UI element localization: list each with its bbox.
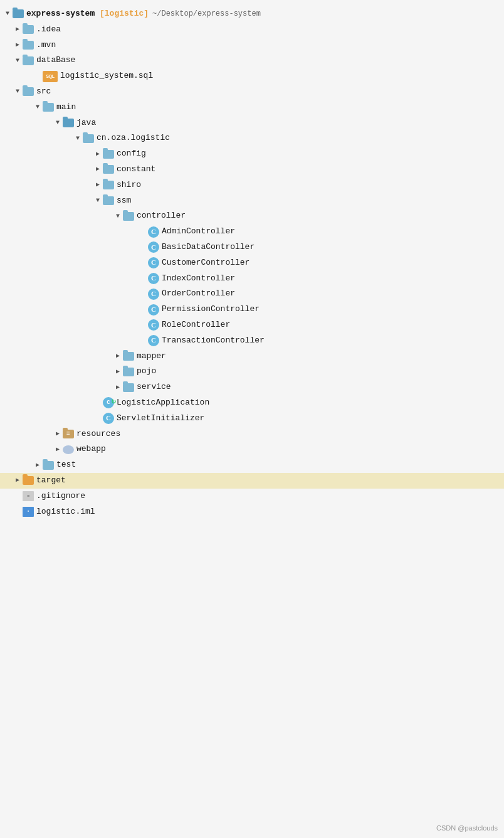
mvn-item[interactable]: .mvn	[0, 38, 504, 53]
sql-item[interactable]: SQL logistic_system.sql	[0, 68, 504, 84]
transaction-controller-item[interactable]: C TransactionController	[0, 333, 504, 349]
test-arrow[interactable]	[33, 460, 43, 470]
service-item[interactable]: service	[0, 379, 504, 395]
gitignore-item[interactable]: ≡ .gitignore	[0, 489, 504, 504]
database-item[interactable]: dataBase	[0, 53, 504, 68]
permission-controller-label: PermissionController	[162, 303, 260, 316]
index-controller-label: IndexController	[162, 272, 235, 285]
root-folder-icon	[13, 9, 24, 18]
webapp-folder-icon	[63, 445, 74, 454]
pojo-item[interactable]: pojo	[0, 364, 504, 379]
config-folder-icon	[103, 150, 114, 159]
basicdata-controller-item[interactable]: C BasicDataController	[0, 240, 504, 255]
java-item[interactable]: java	[0, 115, 504, 131]
root-bracket: [logistic]	[95, 8, 149, 21]
main-label: main	[56, 101, 76, 114]
database-folder-icon	[23, 56, 34, 65]
sql-file-icon: SQL	[43, 71, 58, 82]
root-path: ~/Desktop/express-system	[152, 8, 261, 20]
ssm-arrow[interactable]	[93, 196, 103, 206]
permission-controller-item[interactable]: C PermissionController	[0, 302, 504, 317]
iml-label: logistic.iml	[36, 506, 95, 519]
root-arrow[interactable]	[3, 9, 13, 19]
src-arrow[interactable]	[13, 87, 23, 97]
service-folder-icon	[123, 383, 134, 392]
shiro-label: shiro	[117, 179, 141, 192]
service-arrow[interactable]	[113, 383, 123, 393]
idea-label: .idea	[36, 23, 61, 36]
src-folder-icon	[23, 87, 34, 96]
idea-arrow[interactable]	[13, 24, 23, 34]
admin-controller-label: AdminController	[162, 225, 235, 238]
servlet-init-item[interactable]: C ServletInitializer	[0, 411, 504, 427]
java-label: java	[76, 117, 96, 130]
mvn-folder-icon	[23, 41, 34, 50]
customer-controller-item[interactable]: C CustomerController	[0, 255, 504, 271]
gitignore-label: .gitignore	[36, 490, 85, 503]
mvn-label: .mvn	[36, 39, 56, 52]
pojo-label: pojo	[137, 365, 156, 378]
pojo-folder-icon	[123, 368, 134, 376]
constant-item[interactable]: constant	[0, 162, 504, 178]
target-item[interactable]: target	[0, 473, 504, 489]
ssm-folder-icon	[103, 196, 114, 205]
config-item[interactable]: config	[0, 146, 504, 162]
webapp-label: webapp	[76, 443, 106, 456]
config-arrow[interactable]	[93, 149, 103, 159]
resources-arrow[interactable]	[53, 429, 63, 439]
idea-item[interactable]: .idea	[0, 22, 504, 38]
src-item[interactable]: src	[0, 84, 504, 100]
src-label: src	[36, 85, 51, 98]
controller-arrow[interactable]	[113, 211, 123, 221]
constant-label: constant	[117, 163, 155, 176]
order-controller-icon: C	[148, 289, 159, 300]
sql-label: logistic_system.sql	[60, 70, 153, 83]
logistic-app-icon: C	[103, 397, 114, 408]
shiro-item[interactable]: shiro	[0, 178, 504, 193]
database-label: dataBase	[36, 54, 75, 67]
main-item[interactable]: main	[0, 100, 504, 115]
transaction-controller-icon: C	[148, 335, 159, 346]
test-item[interactable]: test	[0, 457, 504, 473]
logistic-app-label: LogisticApplication	[117, 396, 209, 410]
mvn-arrow[interactable]	[13, 40, 23, 50]
admin-controller-item[interactable]: C AdminController	[0, 224, 504, 240]
pojo-arrow[interactable]	[113, 367, 123, 377]
index-controller-item[interactable]: C IndexController	[0, 271, 504, 287]
gitignore-file-icon: ≡	[23, 491, 34, 501]
webapp-arrow[interactable]	[53, 445, 63, 455]
resources-item[interactable]: resources	[0, 427, 504, 442]
webapp-item[interactable]: webapp	[0, 442, 504, 457]
ssm-item[interactable]: ssm	[0, 193, 504, 209]
java-arrow[interactable]	[53, 118, 63, 128]
controller-folder-icon	[123, 212, 134, 221]
mapper-label: mapper	[137, 350, 166, 363]
permission-controller-icon: C	[148, 304, 159, 316]
role-controller-item[interactable]: C RoleController	[0, 317, 504, 333]
constant-arrow[interactable]	[93, 164, 103, 174]
database-arrow[interactable]	[13, 56, 23, 66]
package-arrow[interactable]	[73, 134, 83, 144]
role-controller-icon: C	[148, 319, 159, 331]
iml-item[interactable]: ▪ logistic.iml	[0, 504, 504, 520]
shiro-arrow[interactable]	[93, 180, 103, 190]
admin-controller-icon: C	[148, 226, 159, 238]
package-folder-icon	[83, 134, 94, 143]
main-folder-icon	[43, 103, 54, 112]
root-item[interactable]: express-system [logistic] ~/Desktop/expr…	[0, 6, 504, 22]
mapper-item[interactable]: mapper	[0, 349, 504, 364]
test-label: test	[56, 459, 76, 472]
mapper-arrow[interactable]	[113, 351, 123, 361]
logistic-app-item[interactable]: C LogisticApplication	[0, 395, 504, 411]
controller-item[interactable]: controller	[0, 208, 504, 224]
order-controller-item[interactable]: C OrderController	[0, 286, 504, 302]
ssm-label: ssm	[117, 194, 131, 208]
package-label: cn.oza.logistic	[97, 132, 170, 145]
package-item[interactable]: cn.oza.logistic	[0, 130, 504, 146]
mapper-folder-icon	[123, 352, 134, 361]
main-arrow[interactable]	[33, 102, 43, 112]
target-arrow[interactable]	[13, 475, 23, 485]
constant-folder-icon	[103, 165, 114, 174]
controller-label: controller	[137, 210, 186, 223]
java-folder-icon	[63, 119, 74, 127]
